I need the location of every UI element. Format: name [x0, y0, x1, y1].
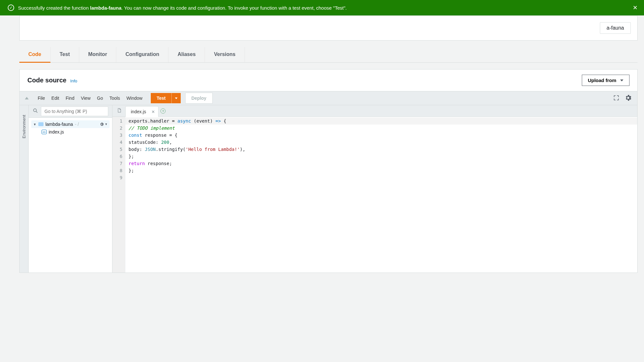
file-tree-column: ▼ lambda-fauna - / ▼ <> index.js: [29, 105, 112, 273]
tab-aliases[interactable]: Aliases: [168, 47, 205, 62]
code-editor[interactable]: 123456789 exports.handler = async (event…: [112, 117, 637, 273]
deploy-button[interactable]: Deploy: [185, 93, 213, 104]
svg-point-0: [34, 109, 36, 112]
close-tab-icon[interactable]: ✕: [151, 109, 155, 114]
caret-down-icon: [620, 79, 623, 81]
code-content[interactable]: exports.handler = async (event) => { // …: [125, 117, 637, 273]
ide-body: Environment ▼ lambda-fauna - /: [20, 105, 637, 273]
svg-line-1: [36, 111, 37, 112]
environment-sidebar[interactable]: Environment: [20, 105, 29, 273]
js-file-icon: <>: [42, 130, 47, 134]
tab-monitor[interactable]: Monitor: [79, 47, 117, 62]
panel-title: Code source: [27, 77, 66, 84]
file-name: index.js: [49, 129, 64, 135]
menu-view[interactable]: View: [78, 94, 94, 103]
main-tabs: CodeTestMonitorConfigurationAliasesVersi…: [19, 47, 638, 63]
menu-file[interactable]: File: [34, 94, 48, 103]
tab-test[interactable]: Test: [51, 47, 79, 62]
editor-tab-bar: index.js ✕ +: [112, 105, 637, 117]
search-row: [29, 105, 112, 118]
function-overview-card: a-fauna: [19, 15, 638, 41]
success-banner: ✓ Successfully created the function lamb…: [0, 0, 644, 15]
folder-icon: [38, 122, 43, 126]
fullscreen-icon[interactable]: [613, 95, 619, 102]
menu-edit[interactable]: Edit: [48, 94, 62, 103]
menu-tools[interactable]: Tools: [106, 94, 123, 103]
tree-folder-row[interactable]: ▼ lambda-fauna - / ▼: [31, 120, 110, 128]
menu-go[interactable]: Go: [94, 94, 106, 103]
folder-name: lambda-fauna: [45, 122, 73, 127]
menu-find[interactable]: Find: [62, 94, 78, 103]
menu-window[interactable]: Window: [123, 94, 146, 103]
close-icon[interactable]: ✕: [633, 4, 638, 11]
collapse-icon[interactable]: [25, 97, 29, 99]
panel-header: Code source Info Upload from: [20, 70, 637, 91]
upload-from-button[interactable]: Upload from: [582, 75, 630, 86]
editor-column: index.js ✕ + 123456789 exports.handler =…: [112, 105, 637, 273]
tab-label: index.js: [131, 109, 146, 114]
tab-configuration[interactable]: Configuration: [116, 47, 168, 62]
info-link[interactable]: Info: [70, 79, 77, 83]
tab-code[interactable]: Code: [19, 47, 51, 63]
tree-file-row[interactable]: <> index.js: [40, 128, 110, 136]
ide-toolbar: FileEditFindViewGoToolsWindow Test Deplo…: [20, 91, 637, 105]
test-dropdown-button[interactable]: [171, 93, 181, 103]
test-button[interactable]: Test: [151, 93, 171, 103]
gear-icon[interactable]: [624, 94, 632, 103]
line-gutter: 123456789: [112, 117, 125, 273]
code-source-panel: Code source Info Upload from FileEditFin…: [19, 69, 638, 273]
editor-tab[interactable]: index.js ✕: [125, 106, 159, 117]
caret-down-icon: [175, 97, 178, 99]
banner-text: Successfully created the function lambda…: [18, 5, 347, 11]
tree-gear-icon[interactable]: ▼: [100, 122, 108, 126]
chevron-down-icon: ▼: [33, 123, 36, 126]
search-icon[interactable]: [33, 108, 38, 115]
function-name-badge: a-fauna: [600, 22, 631, 34]
upload-from-label: Upload from: [588, 78, 616, 83]
file-tree: ▼ lambda-fauna - / ▼ <> index.js: [29, 118, 112, 273]
test-button-group: Test: [151, 93, 181, 103]
folder-suffix: - /: [75, 122, 79, 127]
tab-versions[interactable]: Versions: [205, 47, 245, 62]
add-tab-icon[interactable]: +: [160, 108, 166, 114]
goto-anything-input[interactable]: [41, 107, 108, 116]
document-icon[interactable]: [115, 108, 123, 114]
check-circle-icon: ✓: [8, 5, 14, 11]
environment-label: Environment: [22, 115, 26, 138]
